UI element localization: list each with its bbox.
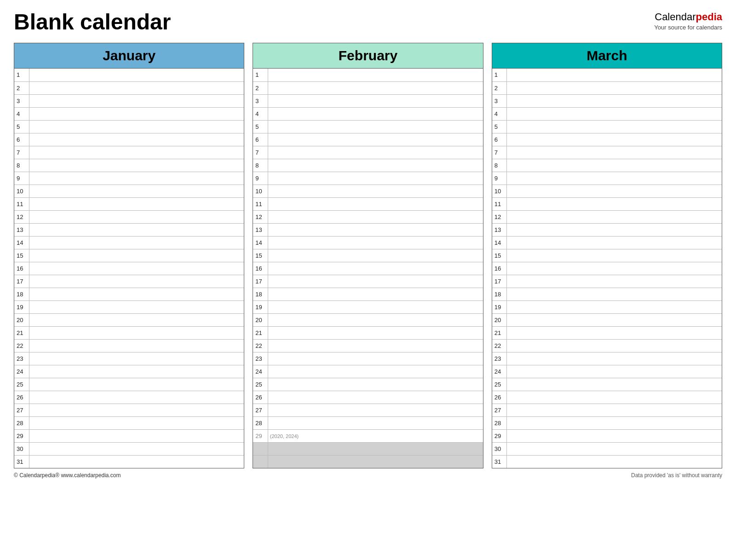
- table-row: 13: [253, 223, 483, 236]
- day-number: 2: [492, 81, 507, 94]
- day-number: 28: [253, 416, 268, 429]
- table-row: 4: [492, 107, 722, 120]
- table-row: 3: [253, 94, 483, 107]
- empty-row: [253, 442, 483, 455]
- table-row: 18: [492, 288, 722, 300]
- day-content: [29, 223, 244, 236]
- day-number: 29: [253, 429, 268, 442]
- day-content: [268, 391, 483, 404]
- table-row: 23: [14, 352, 244, 365]
- day-content: [507, 94, 722, 107]
- day-number: 23: [492, 352, 507, 365]
- day-content: [507, 339, 722, 352]
- day-number: 31: [14, 455, 29, 468]
- day-content: [29, 69, 244, 81]
- day-content: [29, 378, 244, 391]
- day-number: 19: [14, 300, 29, 313]
- day-content: [268, 107, 483, 120]
- day-content: [268, 378, 483, 391]
- day-number: 10: [14, 185, 29, 197]
- day-number: [253, 455, 268, 468]
- day-content: [268, 197, 483, 210]
- table-row: 24: [492, 365, 722, 378]
- table-row: 25: [253, 378, 483, 391]
- march-header: March: [492, 43, 722, 69]
- day-number: 9: [14, 172, 29, 185]
- day-number: 24: [14, 365, 29, 378]
- day-content: [29, 416, 244, 429]
- table-row: 3: [492, 94, 722, 107]
- footer-right: Data provided 'as is' without warranty: [631, 472, 722, 479]
- page-footer: © Calendarpedia® www.calendarpedia.com D…: [14, 472, 722, 479]
- table-row: 27: [253, 404, 483, 416]
- day-content: [29, 326, 244, 339]
- table-row: 11: [14, 197, 244, 210]
- table-row: 5: [492, 120, 722, 133]
- day-number: 26: [492, 391, 507, 404]
- table-row: 17: [492, 275, 722, 288]
- day-number: 13: [14, 223, 29, 236]
- table-row: 27: [492, 404, 722, 416]
- day-number: 4: [253, 107, 268, 120]
- day-number: 14: [253, 236, 268, 249]
- page-title: Blank calendar: [14, 9, 171, 35]
- day-content: [268, 416, 483, 429]
- table-row: 31: [492, 455, 722, 468]
- day-content: [507, 429, 722, 442]
- day-content: [268, 146, 483, 159]
- day-content: [268, 81, 483, 94]
- day-number: 10: [253, 185, 268, 197]
- day-content: [29, 300, 244, 313]
- day-content: [268, 223, 483, 236]
- day-content: [507, 391, 722, 404]
- day-content: [507, 107, 722, 120]
- day-number: 30: [14, 442, 29, 455]
- table-row: 24: [14, 365, 244, 378]
- table-row: 15: [253, 249, 483, 262]
- day-content: [268, 352, 483, 365]
- day-number: 21: [253, 326, 268, 339]
- day-content: [507, 365, 722, 378]
- day-content: [268, 210, 483, 223]
- table-row: 3: [14, 94, 244, 107]
- page-header: Blank calendar Calendarpedia Your source…: [14, 9, 722, 35]
- day-content: [29, 262, 244, 275]
- table-row: 7: [14, 146, 244, 159]
- day-number: 11: [492, 197, 507, 210]
- table-row: 8: [253, 159, 483, 172]
- day-number: 22: [14, 339, 29, 352]
- day-number: 6: [253, 133, 268, 146]
- table-row: 30: [492, 442, 722, 455]
- day-content: [29, 81, 244, 94]
- day-content: [29, 159, 244, 172]
- table-row: 23: [492, 352, 722, 365]
- day-number: 24: [492, 365, 507, 378]
- day-number: 6: [492, 133, 507, 146]
- day-number: 27: [14, 404, 29, 416]
- day-content: [507, 81, 722, 94]
- table-row: 19: [492, 300, 722, 313]
- day-content: [507, 262, 722, 275]
- day-content: [268, 404, 483, 416]
- table-row: 6: [14, 133, 244, 146]
- day-content: [507, 120, 722, 133]
- day-content: [507, 288, 722, 300]
- table-row: 15: [492, 249, 722, 262]
- february-header: February: [253, 43, 483, 69]
- table-row: 13: [492, 223, 722, 236]
- day-number: 9: [253, 172, 268, 185]
- day-number: 4: [492, 107, 507, 120]
- table-row: 25: [492, 378, 722, 391]
- table-row: 27: [14, 404, 244, 416]
- day-number: 18: [14, 288, 29, 300]
- day-number: 17: [253, 275, 268, 288]
- day-number: 4: [14, 107, 29, 120]
- day-number: 3: [253, 94, 268, 107]
- day-content: [268, 288, 483, 300]
- day-number: 18: [253, 288, 268, 300]
- table-row: 14: [253, 236, 483, 249]
- day-number: 9: [492, 172, 507, 185]
- table-row: 6: [492, 133, 722, 146]
- day-number: 10: [492, 185, 507, 197]
- table-row: 7: [253, 146, 483, 159]
